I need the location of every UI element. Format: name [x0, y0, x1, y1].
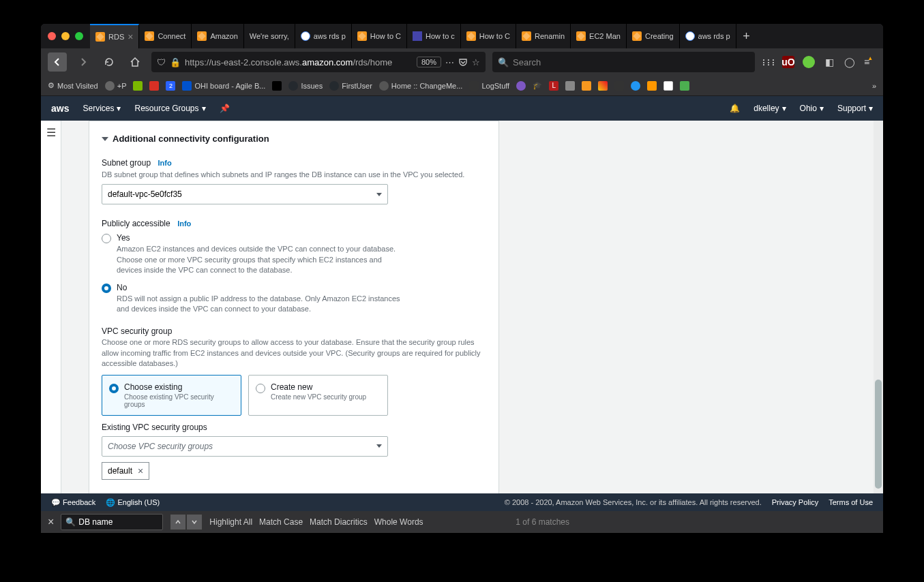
- bookmark-ohi[interactable]: OHI board - Agile B...: [182, 81, 265, 91]
- bookmark-issues[interactable]: Issues: [288, 81, 323, 91]
- new-tab-button[interactable]: +: [736, 24, 757, 48]
- tab-google-1[interactable]: aws rds p: [295, 24, 352, 48]
- radio-desc: Amazon EC2 instances and devices outside…: [117, 244, 403, 275]
- tab-renaming[interactable]: Renamin: [516, 24, 571, 48]
- reload-button[interactable]: [100, 52, 119, 72]
- tab-howto-2[interactable]: How to c: [407, 24, 461, 48]
- bookmark-item[interactable]: [680, 81, 689, 91]
- sidebar-toggle[interactable]: ☰: [41, 121, 61, 493]
- bookmark-item[interactable]: [133, 81, 143, 91]
- bookmark-item[interactable]: L: [549, 81, 558, 91]
- tab-connect[interactable]: Connect: [139, 24, 192, 48]
- tab-sorry[interactable]: We're sorry,: [244, 24, 295, 48]
- aws-logo[interactable]: aws: [51, 103, 69, 114]
- bookmark-item[interactable]: [272, 81, 282, 91]
- existing-sg-placeholder: Choose VPC security groups: [108, 442, 213, 451]
- url-bar[interactable]: 🛡 🔒 https://us-east-2.console.aws.amazon…: [151, 52, 486, 72]
- home-button[interactable]: [125, 52, 145, 72]
- menu-icon[interactable]: ≡▲: [864, 56, 876, 68]
- maximize-window-button[interactable]: [75, 32, 83, 40]
- close-tab-icon[interactable]: ×: [128, 31, 133, 42]
- match-case-toggle[interactable]: Match Case: [259, 517, 303, 527]
- tab-strip: RDS× Connect Amazon We're sorry, aws rds…: [90, 24, 876, 48]
- whole-words-toggle[interactable]: Whole Words: [374, 517, 423, 527]
- bookmark-firstuser[interactable]: FirstUser: [329, 81, 372, 91]
- close-findbar-button[interactable]: ×: [48, 516, 54, 528]
- bookmark-item[interactable]: [516, 81, 526, 91]
- bookmark-star-icon[interactable]: ☆: [472, 57, 480, 67]
- site-icon: [272, 81, 282, 91]
- tab-howto-3[interactable]: How to C: [461, 24, 516, 48]
- close-window-button[interactable]: [48, 32, 56, 40]
- find-prev-button[interactable]: [170, 514, 186, 530]
- ublock-icon[interactable]: uO: [782, 56, 794, 68]
- library-icon[interactable]: ⫶⫶⫶: [762, 56, 774, 68]
- back-button[interactable]: [48, 52, 67, 72]
- bookmark-item[interactable]: [631, 81, 640, 91]
- bookmark-logstuff[interactable]: LogStuff: [469, 81, 509, 91]
- scrollbar[interactable]: [874, 121, 883, 493]
- language-selector[interactable]: 🌐 English (US): [106, 498, 160, 507]
- bookmark-item[interactable]: [614, 81, 624, 91]
- bookmark-item[interactable]: 2: [166, 81, 175, 91]
- highlight-all-toggle[interactable]: Highlight All: [209, 517, 252, 527]
- zoom-indicator[interactable]: 80%: [417, 57, 441, 67]
- subnet-select[interactable]: default-vpc-5e0fcf35: [102, 184, 388, 204]
- match-diacritics-toggle[interactable]: Match Diacritics: [310, 517, 368, 527]
- connectivity-panel: Additional connectivity configuration Su…: [89, 121, 499, 493]
- find-input[interactable]: 🔍 DB name: [61, 514, 163, 530]
- bookmark-most-visited[interactable]: ⚙Most Visited: [48, 81, 98, 90]
- minimize-window-button[interactable]: [61, 32, 70, 40]
- support-menu[interactable]: Support▾: [837, 104, 873, 113]
- site-icon: 🎓: [533, 81, 542, 91]
- account-icon[interactable]: ◯: [844, 56, 856, 68]
- extension-icon[interactable]: [803, 56, 815, 68]
- bell-icon[interactable]: 🔔: [730, 104, 740, 113]
- bookmark-item[interactable]: 🎓: [533, 81, 542, 91]
- tab-amazon[interactable]: Amazon: [192, 24, 243, 48]
- forward-button[interactable]: [74, 52, 93, 72]
- bookmark-item[interactable]: [565, 81, 575, 91]
- publicly-no-option[interactable]: No RDS will not assign a public IP addre…: [102, 283, 486, 315]
- bookmark-item[interactable]: [664, 81, 673, 91]
- chevron-right-icon: »: [872, 82, 876, 90]
- sidebar-icon[interactable]: ◧: [823, 56, 835, 68]
- publicly-yes-option[interactable]: Yes Amazon EC2 instances and devices out…: [102, 233, 486, 275]
- sg-create-new[interactable]: Create new Create new VPC security group: [248, 375, 388, 416]
- bookmark-item[interactable]: [598, 81, 608, 91]
- resource-groups-menu[interactable]: Resource Groups▾: [134, 104, 205, 113]
- existing-sg-select[interactable]: Choose VPC security groups: [102, 436, 388, 457]
- tab-howto-1[interactable]: How to C: [352, 24, 407, 48]
- user-menu[interactable]: dkelley▾: [754, 104, 786, 113]
- bookmark-overflow[interactable]: »: [872, 82, 876, 90]
- info-link[interactable]: Info: [158, 159, 172, 167]
- bookmark-item[interactable]: [582, 81, 591, 91]
- more-icon[interactable]: ⋯: [445, 57, 454, 67]
- privacy-link[interactable]: Privacy Policy: [772, 498, 818, 506]
- panel-header[interactable]: Additional connectivity configuration: [102, 134, 486, 144]
- tab-creating[interactable]: Creating: [627, 24, 680, 48]
- feedback-link[interactable]: 💬 Feedback: [51, 498, 95, 507]
- sg-choose-existing[interactable]: Choose existing Choose existing VPC secu…: [102, 375, 241, 416]
- find-next-button[interactable]: [186, 514, 203, 530]
- search-bar[interactable]: 🔍 Search: [492, 52, 755, 72]
- subnet-desc: DB subnet group that defines which subne…: [102, 170, 486, 180]
- tab-ec2[interactable]: EC2 Man: [571, 24, 627, 48]
- scrollbar-thumb[interactable]: [875, 380, 882, 489]
- pocket-icon[interactable]: [458, 57, 468, 67]
- bookmark-item[interactable]: [149, 81, 159, 91]
- content-scroll[interactable]: Additional connectivity configuration Su…: [61, 121, 883, 493]
- bookmark-plus-p[interactable]: +P: [105, 81, 127, 91]
- terms-link[interactable]: Terms of Use: [829, 498, 873, 506]
- region-menu[interactable]: Ohio▾: [800, 104, 824, 113]
- services-menu[interactable]: Services▾: [83, 104, 121, 113]
- info-link[interactable]: Info: [177, 219, 191, 228]
- tab-rds[interactable]: RDS×: [90, 24, 139, 48]
- bookmark-item[interactable]: [647, 81, 657, 91]
- remove-tag-icon[interactable]: ×: [138, 465, 143, 476]
- sg-tag-default[interactable]: default ×: [102, 462, 149, 480]
- pin-button[interactable]: 📌: [220, 104, 230, 113]
- bookmark-changeme[interactable]: Home :: ChangeMe...: [379, 81, 463, 91]
- tab-google-2[interactable]: aws rds p: [680, 24, 736, 48]
- tab-label: We're sorry,: [250, 32, 289, 40]
